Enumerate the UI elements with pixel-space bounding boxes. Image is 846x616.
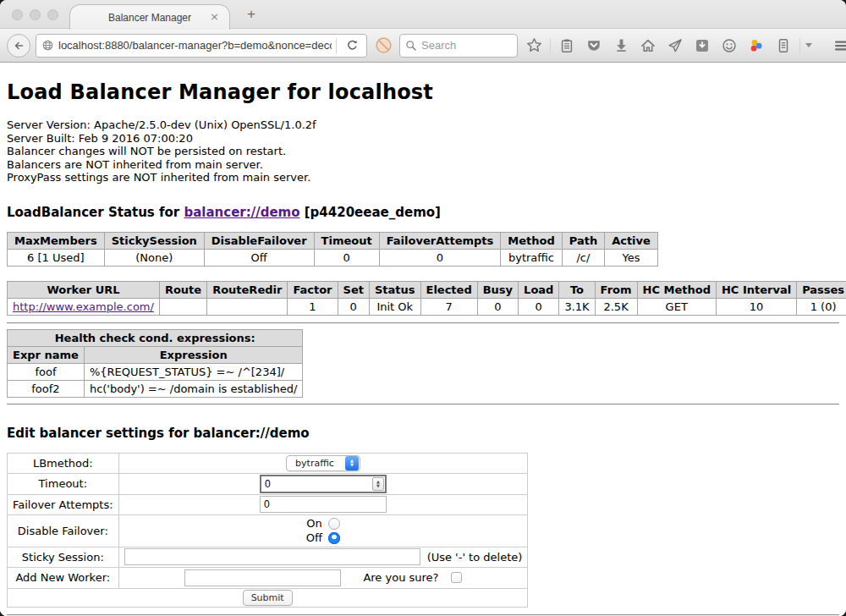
window-close-button[interactable]: [12, 9, 23, 20]
downloads-icon[interactable]: [610, 35, 632, 57]
loadbalancer-status-heading: LoadBalancer Status for balancer://demo …: [7, 205, 839, 220]
back-button[interactable]: [7, 34, 30, 58]
back-icon: [12, 39, 25, 52]
radio-on[interactable]: [328, 518, 340, 530]
table-row: foof2 hc('body') =~ /domain is establish…: [8, 380, 303, 397]
search-bar[interactable]: [399, 34, 518, 58]
radio-on-label: On: [306, 517, 321, 530]
colors-icon[interactable]: [745, 35, 767, 57]
cell-failoverattempts: 0: [379, 249, 501, 266]
are-you-sure-checkbox[interactable]: [451, 572, 462, 583]
table-title-row: Health check cond. expressions:: [8, 329, 303, 346]
send-icon[interactable]: [664, 35, 686, 57]
form-row-failover-attempts: Failover Attempts:: [8, 494, 528, 514]
window-minimize-button[interactable]: [30, 9, 41, 20]
cell-stickysession: (None): [104, 249, 204, 266]
bookmark-star-icon[interactable]: [523, 35, 545, 57]
server-version-line: Server Version: Apache/2.5.0-dev (Unix) …: [7, 118, 839, 132]
menu-icon[interactable]: [831, 35, 846, 57]
lbmethod-label: LBmethod:: [8, 453, 119, 473]
feedback-smiley-icon[interactable]: [718, 35, 740, 57]
col-timeout: Timeout: [314, 232, 379, 249]
balancer-status-table: MaxMembers StickySession DisableFailover…: [7, 232, 658, 267]
url-bar[interactable]: [36, 34, 367, 58]
timeout-field-wrap: ▲▼: [260, 475, 387, 493]
tab-title: Balancer Manager: [108, 12, 191, 24]
cell-method: bytraffic: [501, 249, 562, 266]
status-suffix: [p4420eeae_demo]: [300, 205, 441, 220]
url-input[interactable]: [58, 39, 332, 52]
cell-status: Init Ok: [369, 298, 420, 315]
failover-attempts-input[interactable]: [260, 496, 387, 513]
form-row-timeout: Timeout: ▲▼: [8, 473, 528, 494]
cell-busy: 0: [477, 298, 518, 315]
timeout-input[interactable]: [261, 478, 372, 490]
pocket-icon[interactable]: [583, 35, 605, 57]
dropdown-caret-icon[interactable]: [805, 43, 812, 47]
form-row-add-worker: Add New Worker: Are you sure?: [8, 567, 528, 588]
window-controls: [12, 9, 58, 20]
save-page-icon[interactable]: [691, 35, 713, 57]
number-spinner-icon[interactable]: ▲▼: [372, 477, 384, 491]
sticky-session-input[interactable]: [124, 548, 420, 565]
tab-close-icon[interactable]: ×: [210, 10, 219, 23]
cell-from: 2.5K: [595, 298, 637, 315]
sticky-session-hint: (Use '-' to delete): [427, 551, 523, 564]
notice-line: Balancers are NOT inherited from main se…: [7, 158, 839, 172]
table-row: 6 [1 Used] (None) Off 0 0 bytraffic /c/ …: [8, 249, 658, 266]
col-disablefailover: DisableFailover: [204, 232, 314, 249]
col-method: Method: [501, 232, 562, 249]
status-prefix: LoadBalancer Status for: [7, 205, 184, 220]
blocked-icon[interactable]: [372, 35, 394, 57]
add-worker-label: Add New Worker:: [8, 567, 119, 588]
home-icon[interactable]: [637, 35, 659, 57]
new-tab-button[interactable]: +: [247, 6, 255, 23]
disable-failover-label: Disable Failover:: [8, 514, 119, 547]
health-check-table: Health check cond. expressions: Expr nam…: [7, 329, 303, 398]
form-row-disable-failover: Disable Failover: On Off: [8, 514, 528, 547]
search-input[interactable]: [421, 39, 512, 52]
col-load: Load: [519, 281, 559, 298]
clipboard-icon[interactable]: [556, 35, 578, 57]
table-row: foof %{REQUEST_STATUS} =~ /^[234]/: [8, 363, 303, 380]
worker-url-link[interactable]: http://www.example.com/: [13, 300, 154, 313]
timeout-label: Timeout:: [8, 473, 119, 494]
cell-load: 0: [519, 298, 559, 315]
select-stepper-icon: ▲▼: [345, 456, 359, 470]
divider: [7, 322, 839, 324]
add-worker-input[interactable]: [184, 569, 341, 586]
window-zoom-button[interactable]: [47, 9, 58, 20]
submit-cell: Submit: [8, 588, 528, 607]
radio-off-label: Off: [306, 531, 322, 544]
notes-icon[interactable]: [772, 35, 794, 57]
cell-expression: hc('body') =~ /domain is established/: [84, 380, 303, 397]
lbmethod-select[interactable]: bytraffic ▲▼: [286, 455, 360, 471]
balancer-demo-link[interactable]: balancer://demo: [184, 205, 299, 220]
server-info: Server Version: Apache/2.5.0-dev (Unix) …: [7, 118, 839, 184]
table-row: http://www.example.com/ 1 0 Init Ok 7 0 …: [8, 298, 846, 315]
cell-active: Yes: [605, 249, 658, 266]
page-title: Load Balancer Manager for localhost: [7, 63, 839, 104]
col-stickysession: StickySession: [104, 232, 204, 249]
col-active: Active: [605, 232, 658, 249]
notice-line: Balancer changes will NOT be persisted o…: [7, 145, 839, 158]
health-check-title: Health check cond. expressions:: [8, 329, 303, 346]
sticky-session-label: Sticky Session:: [8, 547, 119, 567]
col-worker-url: Worker URL: [8, 281, 160, 298]
col-path: Path: [562, 232, 604, 249]
col-expression: Expression: [84, 346, 303, 363]
table-header-row: MaxMembers StickySession DisableFailover…: [8, 232, 658, 249]
col-passes: Passes: [797, 281, 846, 298]
col-to: To: [559, 281, 595, 298]
reload-button[interactable]: [341, 35, 363, 57]
table-header-row: Worker URL Route RouteRedir Factor Set S…: [8, 281, 846, 298]
form-row-sticky-session: Sticky Session: (Use '-' to delete): [8, 547, 528, 567]
page-content: Load Balancer Manager for localhost Serv…: [0, 63, 846, 616]
tab-balancer-manager[interactable]: Balancer Manager ×: [69, 4, 230, 30]
submit-button[interactable]: Submit: [243, 590, 293, 606]
urlbar-divider: [336, 38, 337, 53]
col-hc-method: HC Method: [637, 281, 716, 298]
cell-factor: 1: [288, 298, 338, 315]
search-icon: [405, 40, 417, 52]
radio-off[interactable]: [328, 532, 340, 544]
